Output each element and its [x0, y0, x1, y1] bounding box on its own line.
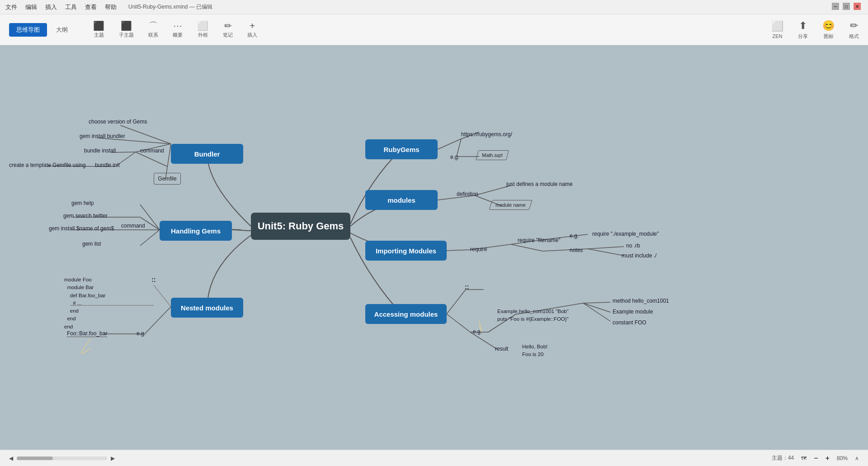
svg-line-4	[136, 152, 167, 166]
must-include-text: must include ./	[622, 252, 656, 259]
tool-format[interactable]: ✏ 格式	[849, 20, 859, 40]
accessing-modules-label: Accessing modules	[374, 310, 438, 318]
close-button[interactable]: ✕	[854, 3, 861, 10]
maximize-button[interactable]: □	[843, 3, 850, 10]
result-label-text: result	[495, 346, 508, 352]
rubygems-url-text: https://rubygems.org/	[461, 131, 512, 138]
bundler-label: Bundler	[194, 150, 220, 158]
method-hello-text: method hello_com1001	[613, 298, 669, 304]
menu-insert[interactable]: 插入	[45, 3, 57, 11]
eg3-text: e.g.	[473, 328, 482, 335]
central-label: Unit5: Ruby Gems	[258, 220, 344, 232]
minimize-button[interactable]: ─	[832, 3, 839, 10]
zoom-out-button[interactable]: −	[814, 454, 818, 462]
gem-search-text: gem search twitter	[63, 213, 108, 219]
window-controls: ─ □ ✕	[832, 3, 861, 10]
bundle-install-text: bundle install	[84, 147, 116, 154]
importing-modules-label: Importing Modules	[376, 247, 436, 255]
svg-line-23	[475, 185, 511, 195]
svg-line-31	[588, 247, 624, 249]
note-icon: ✏	[224, 21, 232, 30]
tool-icon[interactable]: 😊 图标	[822, 20, 835, 40]
svg-line-29	[511, 244, 542, 251]
relation-icon: ⌒	[149, 21, 158, 30]
menu-help[interactable]: 帮助	[105, 3, 117, 11]
handling-gems-node[interactable]: Handling Gems	[160, 221, 232, 241]
tab-outline[interactable]: 大纲	[49, 23, 75, 37]
tool-relation[interactable]: ⌒ 联系	[148, 21, 158, 38]
tool-zen[interactable]: ⬜ ZEN	[771, 20, 783, 39]
svg-line-11	[140, 230, 160, 246]
menu-view[interactable]: 查看	[85, 3, 97, 11]
gem-list-text: gem list	[82, 241, 101, 247]
gemfile-box: Gemfile	[154, 173, 181, 185]
svg-line-35	[447, 314, 470, 332]
command1-text: command	[140, 147, 164, 154]
tool-boundary[interactable]: ⬜ 外框	[197, 21, 208, 38]
menubar: 文件 编辑 插入 工具 查看 帮助 Unit5-Ruby-Gems.xmind …	[0, 0, 868, 14]
zen-label: ZEN	[773, 33, 783, 39]
bundler-node[interactable]: Bundler	[171, 144, 243, 164]
access-example-text: Example.hello_com1001 "Bob" puts "Foo is…	[497, 308, 569, 323]
tool-summary[interactable]: ⋯ 概要	[173, 21, 183, 38]
accessing-modules-node[interactable]: Accessing modules	[365, 304, 447, 324]
insert-icon: +	[250, 21, 255, 30]
tool-insert[interactable]: + 插入	[247, 21, 257, 38]
tab-mindmap[interactable]: 思维导图	[9, 23, 47, 37]
svg-line-18	[438, 139, 461, 149]
tool-summary-label: 概要	[173, 32, 183, 38]
mindmap-canvas[interactable]: Unit5: Ruby Gems Bundler Handling Gems N…	[0, 45, 868, 450]
foo-bar-text: Foo::Bar.foo_bar	[67, 330, 107, 337]
bundle-init-text: bundle init	[95, 162, 120, 168]
eg4-text: e.g.	[137, 330, 146, 337]
rubygems-label: RubyGems	[383, 146, 419, 153]
require-example-text: require "./example_module"	[592, 231, 659, 237]
double-colon2: ::	[465, 283, 469, 290]
menu-tools[interactable]: 工具	[65, 3, 77, 11]
command2-text: command	[121, 223, 145, 229]
window-title: Unit5-Ruby-Gems.xmind — 已编辑	[128, 3, 212, 11]
tool-share[interactable]: ⬆ 分享	[798, 20, 808, 40]
statusbar-left: ◀ ▶	[9, 455, 764, 461]
choose-version-text: choose version of Gems	[89, 119, 147, 125]
icon-icon: 😊	[822, 20, 835, 32]
eg1-text: e.g.	[450, 154, 459, 160]
notes-text: notes	[570, 247, 583, 253]
handling-gems-label: Handling Gems	[171, 227, 221, 235]
rubygems-node[interactable]: RubyGems	[365, 139, 438, 159]
svg-line-14	[154, 285, 171, 307]
map-icon: 🗺	[801, 455, 807, 461]
gem-install-text: gem install $name of gem$	[49, 225, 114, 232]
tool-subtopic[interactable]: ⬛ 子主题	[119, 21, 134, 38]
modules-node[interactable]: modules	[365, 190, 438, 210]
require-text: require	[470, 246, 487, 252]
svg-line-16	[145, 307, 171, 334]
format-label: 格式	[849, 33, 859, 40]
tool-boundary-label: 外框	[198, 32, 208, 38]
toolbar-tools: ⬛ 主题 ⬛ 子主题 ⌒ 联系 ⋯ 概要 ⬜ 外框 ✏ 笔记 + 插入	[93, 21, 771, 38]
nested-modules-node[interactable]: Nested modules	[171, 298, 243, 318]
tool-note-label: 笔记	[223, 32, 233, 38]
tool-note[interactable]: ✏ 笔记	[223, 21, 233, 38]
module-name-box: module name	[489, 200, 532, 210]
summary-icon: ⋯	[173, 21, 182, 30]
require-filename-text: require "filename"	[518, 237, 561, 243]
svg-line-25	[447, 250, 470, 251]
scroll-right[interactable]: ▶	[111, 455, 115, 461]
menu-edit[interactable]: 编辑	[25, 3, 37, 11]
subtopic-icon: ⬛	[121, 21, 132, 30]
svg-line-40	[583, 302, 610, 303]
nested-code-text: module Foo module Bar def Bar.foo_bar # …	[64, 276, 105, 331]
zoom-in-button[interactable]: +	[826, 454, 830, 462]
share-label: 分享	[798, 33, 808, 40]
icon-label: 图标	[824, 33, 834, 40]
menu-file[interactable]: 文件	[5, 3, 17, 11]
view-tabs: 思维导图 大纲	[9, 23, 75, 37]
result-val-text: Hello, Bob! Foo is 20	[522, 343, 547, 359]
boundary-icon: ⬜	[197, 21, 208, 30]
format-icon: ✏	[850, 20, 858, 32]
scroll-left[interactable]: ◀	[9, 455, 13, 461]
tool-topic[interactable]: ⬛ 主题	[93, 21, 104, 38]
importing-modules-node[interactable]: Importing Modules	[365, 241, 447, 261]
central-node[interactable]: Unit5: Ruby Gems	[251, 213, 350, 240]
